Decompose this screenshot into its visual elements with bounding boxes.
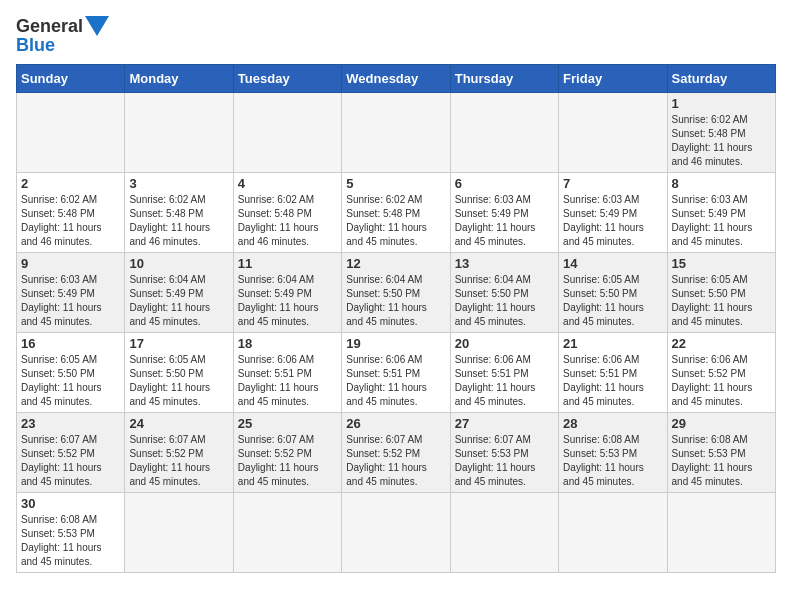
calendar-cell: 4Sunrise: 6:02 AMSunset: 5:48 PMDaylight…: [233, 173, 341, 253]
calendar-cell: 30Sunrise: 6:08 AMSunset: 5:53 PMDayligh…: [17, 493, 125, 573]
day-info: Sunrise: 6:08 AMSunset: 5:53 PMDaylight:…: [21, 513, 120, 569]
calendar-week-1: 2Sunrise: 6:02 AMSunset: 5:48 PMDaylight…: [17, 173, 776, 253]
day-number: 12: [346, 256, 445, 271]
calendar-cell: [233, 493, 341, 573]
calendar-cell: 3Sunrise: 6:02 AMSunset: 5:48 PMDaylight…: [125, 173, 233, 253]
day-number: 3: [129, 176, 228, 191]
day-info: Sunrise: 6:07 AMSunset: 5:52 PMDaylight:…: [21, 433, 120, 489]
calendar-cell: 12Sunrise: 6:04 AMSunset: 5:50 PMDayligh…: [342, 253, 450, 333]
calendar-cell: 1Sunrise: 6:02 AMSunset: 5:48 PMDaylight…: [667, 93, 775, 173]
day-info: Sunrise: 6:04 AMSunset: 5:50 PMDaylight:…: [346, 273, 445, 329]
day-info: Sunrise: 6:07 AMSunset: 5:53 PMDaylight:…: [455, 433, 554, 489]
calendar-cell: [125, 93, 233, 173]
calendar-cell: 27Sunrise: 6:07 AMSunset: 5:53 PMDayligh…: [450, 413, 558, 493]
day-info: Sunrise: 6:02 AMSunset: 5:48 PMDaylight:…: [672, 113, 771, 169]
calendar-cell: [450, 493, 558, 573]
calendar-cell: 15Sunrise: 6:05 AMSunset: 5:50 PMDayligh…: [667, 253, 775, 333]
day-info: Sunrise: 6:08 AMSunset: 5:53 PMDaylight:…: [563, 433, 662, 489]
day-number: 18: [238, 336, 337, 351]
calendar-cell: 29Sunrise: 6:08 AMSunset: 5:53 PMDayligh…: [667, 413, 775, 493]
calendar-cell: [125, 493, 233, 573]
calendar-cell: 2Sunrise: 6:02 AMSunset: 5:48 PMDaylight…: [17, 173, 125, 253]
day-info: Sunrise: 6:06 AMSunset: 5:51 PMDaylight:…: [455, 353, 554, 409]
col-header-monday: Monday: [125, 65, 233, 93]
day-info: Sunrise: 6:05 AMSunset: 5:50 PMDaylight:…: [563, 273, 662, 329]
calendar-week-3: 16Sunrise: 6:05 AMSunset: 5:50 PMDayligh…: [17, 333, 776, 413]
day-info: Sunrise: 6:06 AMSunset: 5:51 PMDaylight:…: [238, 353, 337, 409]
calendar-cell: [342, 493, 450, 573]
calendar-cell: 20Sunrise: 6:06 AMSunset: 5:51 PMDayligh…: [450, 333, 558, 413]
day-number: 4: [238, 176, 337, 191]
calendar-cell: 17Sunrise: 6:05 AMSunset: 5:50 PMDayligh…: [125, 333, 233, 413]
day-number: 19: [346, 336, 445, 351]
calendar-cell: 26Sunrise: 6:07 AMSunset: 5:52 PMDayligh…: [342, 413, 450, 493]
calendar-cell: 22Sunrise: 6:06 AMSunset: 5:52 PMDayligh…: [667, 333, 775, 413]
calendar-cell: 10Sunrise: 6:04 AMSunset: 5:49 PMDayligh…: [125, 253, 233, 333]
day-number: 21: [563, 336, 662, 351]
day-info: Sunrise: 6:07 AMSunset: 5:52 PMDaylight:…: [346, 433, 445, 489]
day-number: 23: [21, 416, 120, 431]
calendar-cell: 16Sunrise: 6:05 AMSunset: 5:50 PMDayligh…: [17, 333, 125, 413]
day-number: 27: [455, 416, 554, 431]
day-number: 30: [21, 496, 120, 511]
day-number: 29: [672, 416, 771, 431]
day-info: Sunrise: 6:05 AMSunset: 5:50 PMDaylight:…: [21, 353, 120, 409]
calendar-cell: 19Sunrise: 6:06 AMSunset: 5:51 PMDayligh…: [342, 333, 450, 413]
day-number: 17: [129, 336, 228, 351]
day-info: Sunrise: 6:05 AMSunset: 5:50 PMDaylight:…: [129, 353, 228, 409]
day-number: 16: [21, 336, 120, 351]
day-number: 28: [563, 416, 662, 431]
calendar-cell: 8Sunrise: 6:03 AMSunset: 5:49 PMDaylight…: [667, 173, 775, 253]
logo-triangle-icon: [85, 16, 109, 36]
day-number: 7: [563, 176, 662, 191]
day-number: 11: [238, 256, 337, 271]
day-number: 26: [346, 416, 445, 431]
calendar-header-row: SundayMondayTuesdayWednesdayThursdayFrid…: [17, 65, 776, 93]
calendar-cell: 6Sunrise: 6:03 AMSunset: 5:49 PMDaylight…: [450, 173, 558, 253]
day-info: Sunrise: 6:02 AMSunset: 5:48 PMDaylight:…: [21, 193, 120, 249]
day-number: 9: [21, 256, 120, 271]
day-number: 8: [672, 176, 771, 191]
calendar-cell: 11Sunrise: 6:04 AMSunset: 5:49 PMDayligh…: [233, 253, 341, 333]
day-number: 14: [563, 256, 662, 271]
calendar-week-0: 1Sunrise: 6:02 AMSunset: 5:48 PMDaylight…: [17, 93, 776, 173]
calendar-cell: [450, 93, 558, 173]
col-header-thursday: Thursday: [450, 65, 558, 93]
day-info: Sunrise: 6:03 AMSunset: 5:49 PMDaylight:…: [455, 193, 554, 249]
calendar-cell: 21Sunrise: 6:06 AMSunset: 5:51 PMDayligh…: [559, 333, 667, 413]
svg-marker-0: [85, 16, 109, 36]
day-number: 20: [455, 336, 554, 351]
day-number: 10: [129, 256, 228, 271]
logo-svg: General Blue: [16, 16, 109, 54]
day-info: Sunrise: 6:06 AMSunset: 5:52 PMDaylight:…: [672, 353, 771, 409]
logo-blue-text: Blue: [16, 36, 109, 54]
calendar-cell: 25Sunrise: 6:07 AMSunset: 5:52 PMDayligh…: [233, 413, 341, 493]
day-number: 13: [455, 256, 554, 271]
calendar-cell: 9Sunrise: 6:03 AMSunset: 5:49 PMDaylight…: [17, 253, 125, 333]
calendar-cell: 13Sunrise: 6:04 AMSunset: 5:50 PMDayligh…: [450, 253, 558, 333]
day-info: Sunrise: 6:02 AMSunset: 5:48 PMDaylight:…: [238, 193, 337, 249]
day-info: Sunrise: 6:05 AMSunset: 5:50 PMDaylight:…: [672, 273, 771, 329]
calendar-cell: [17, 93, 125, 173]
calendar-week-4: 23Sunrise: 6:07 AMSunset: 5:52 PMDayligh…: [17, 413, 776, 493]
day-info: Sunrise: 6:04 AMSunset: 5:50 PMDaylight:…: [455, 273, 554, 329]
day-info: Sunrise: 6:04 AMSunset: 5:49 PMDaylight:…: [238, 273, 337, 329]
day-info: Sunrise: 6:02 AMSunset: 5:48 PMDaylight:…: [346, 193, 445, 249]
col-header-tuesday: Tuesday: [233, 65, 341, 93]
calendar-cell: 18Sunrise: 6:06 AMSunset: 5:51 PMDayligh…: [233, 333, 341, 413]
logo: General Blue: [16, 16, 109, 54]
col-header-friday: Friday: [559, 65, 667, 93]
calendar-cell: [559, 493, 667, 573]
logo-general-text: General: [16, 17, 83, 35]
col-header-sunday: Sunday: [17, 65, 125, 93]
day-info: Sunrise: 6:07 AMSunset: 5:52 PMDaylight:…: [129, 433, 228, 489]
calendar-week-5: 30Sunrise: 6:08 AMSunset: 5:53 PMDayligh…: [17, 493, 776, 573]
day-number: 2: [21, 176, 120, 191]
day-number: 25: [238, 416, 337, 431]
calendar-cell: [667, 493, 775, 573]
day-info: Sunrise: 6:07 AMSunset: 5:52 PMDaylight:…: [238, 433, 337, 489]
day-number: 15: [672, 256, 771, 271]
calendar-cell: 7Sunrise: 6:03 AMSunset: 5:49 PMDaylight…: [559, 173, 667, 253]
calendar-cell: 5Sunrise: 6:02 AMSunset: 5:48 PMDaylight…: [342, 173, 450, 253]
col-header-wednesday: Wednesday: [342, 65, 450, 93]
